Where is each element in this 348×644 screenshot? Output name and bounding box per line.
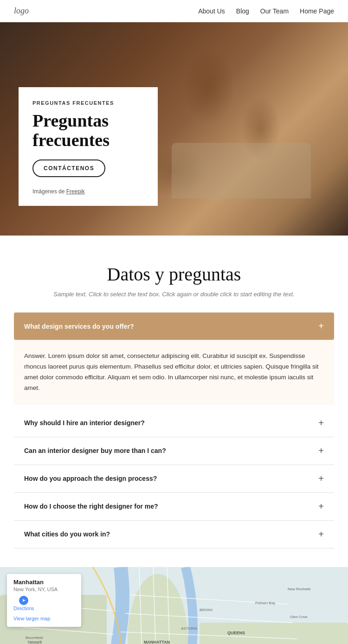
faq-expand-icon-3: + xyxy=(318,473,324,484)
faq-expand-icon-1: + xyxy=(318,418,324,428)
map-directions-icon: ➤ xyxy=(19,596,28,605)
nav-team[interactable]: Our Team xyxy=(260,7,289,15)
hero-card: PREGUNTAS FRECUENTES Preguntas frecuente… xyxy=(19,87,158,206)
faq-item-2[interactable]: Can an interior designer buy more than I… xyxy=(14,437,334,465)
map-popup-actions: ➤ Directions xyxy=(13,596,75,611)
svg-text:Bloomfield: Bloomfield xyxy=(26,636,43,640)
map-location-address: New York, NY, USA xyxy=(13,587,75,592)
faq-expand-icon-5: + xyxy=(318,529,324,540)
faq-question-1: Why should I hire an interior designer? xyxy=(24,419,145,427)
map-location-name: Manhattan xyxy=(13,579,75,586)
faq-title: Datos y preguntas xyxy=(14,263,334,285)
faq-expand-icon-4: + xyxy=(318,501,324,512)
nav-links: About Us Blog Our Team Home Page xyxy=(198,7,334,15)
faq-item-1[interactable]: Why should I hire an interior designer? … xyxy=(14,409,334,437)
navbar: logo About Us Blog Our Team Home Page xyxy=(0,0,348,22)
hero-credit-text: Imágenes de xyxy=(32,188,66,195)
logo: logo xyxy=(14,6,29,16)
faq-subtitle: Sample text. Click to select the text bo… xyxy=(14,291,334,298)
hero-section: PREGUNTAS FRECUENTES Preguntas frecuente… xyxy=(0,22,348,236)
faq-question-5: What cities do you work in? xyxy=(24,530,110,538)
nav-blog[interactable]: Blog xyxy=(236,7,249,15)
svg-text:ASTORIA: ASTORIA xyxy=(181,626,198,631)
map-view-larger-link[interactable]: View larger map xyxy=(13,616,50,621)
nav-about[interactable]: About Us xyxy=(198,7,225,15)
map-directions-button[interactable]: ➤ Directions xyxy=(13,596,34,611)
svg-rect-3 xyxy=(200,623,348,644)
faq-first-item[interactable]: What design services do you offer? + xyxy=(14,312,334,340)
faq-question-2: Can an interior designer buy more than I… xyxy=(24,447,166,454)
svg-text:MANHATTAN: MANHATTAN xyxy=(144,640,170,644)
svg-text:Glen Cove: Glen Cove xyxy=(290,615,308,619)
faq-item-3[interactable]: How do you approach the design process? … xyxy=(14,465,334,493)
svg-text:Pelham Bay: Pelham Bay xyxy=(255,601,275,605)
hero-cta-button[interactable]: CONTÁCTENOS xyxy=(32,159,105,177)
nav-home[interactable]: Home Page xyxy=(300,7,334,15)
faq-question-4: How do I choose the right designer for m… xyxy=(24,503,158,510)
svg-text:Newark: Newark xyxy=(28,640,42,644)
faq-section: Datos y preguntas Sample text. Click to … xyxy=(0,236,348,567)
map-directions-label: Directions xyxy=(13,606,34,611)
map-popup: Manhattan New York, NY, USA ➤ Directions… xyxy=(7,574,81,627)
svg-text:BRONX: BRONX xyxy=(200,608,213,612)
faq-first-expand-icon: + xyxy=(318,321,324,332)
faq-list: Why should I hire an interior designer? … xyxy=(14,409,334,548)
freepik-link[interactable]: Freepik xyxy=(66,188,85,195)
faq-expand-icon-2: + xyxy=(318,446,324,456)
faq-question-3: How do you approach the design process? xyxy=(24,475,157,482)
hero-credit: Imágenes de Freepik xyxy=(32,188,144,195)
svg-text:New Rochelle: New Rochelle xyxy=(288,587,311,591)
hero-card-label: PREGUNTAS FRECUENTES xyxy=(32,100,144,106)
faq-first-answer: Answer. Lorem ipsum dolor sit amet, cons… xyxy=(14,340,334,405)
svg-text:QUEENS: QUEENS xyxy=(227,631,245,635)
map-section: MANHATTAN BROOKLYN QUEENS Newark New Yor… xyxy=(0,567,348,644)
faq-item-4[interactable]: How do I choose the right designer for m… xyxy=(14,493,334,521)
faq-first-question: What design services do you offer? xyxy=(24,323,134,330)
faq-item-5[interactable]: What cities do you work in? + xyxy=(14,521,334,548)
hero-card-title: Preguntas frecuentes xyxy=(32,111,144,150)
